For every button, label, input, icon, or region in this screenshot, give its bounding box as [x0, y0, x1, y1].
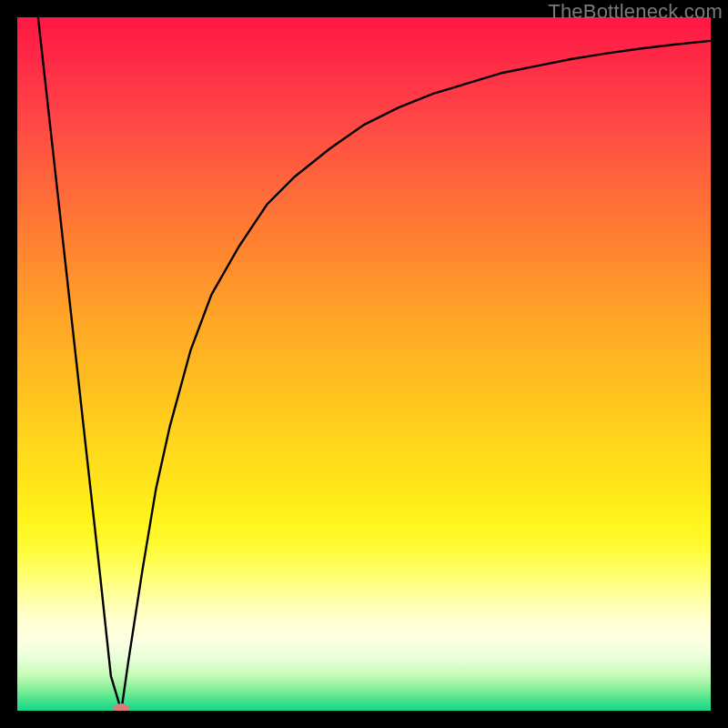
minimum-marker	[113, 703, 129, 711]
curve-layer	[17, 17, 711, 711]
plot-area	[17, 17, 711, 711]
chart-frame: TheBottleneck.com	[0, 0, 728, 728]
bottleneck-curve	[38, 17, 711, 711]
watermark-text: TheBottleneck.com	[548, 0, 723, 24]
